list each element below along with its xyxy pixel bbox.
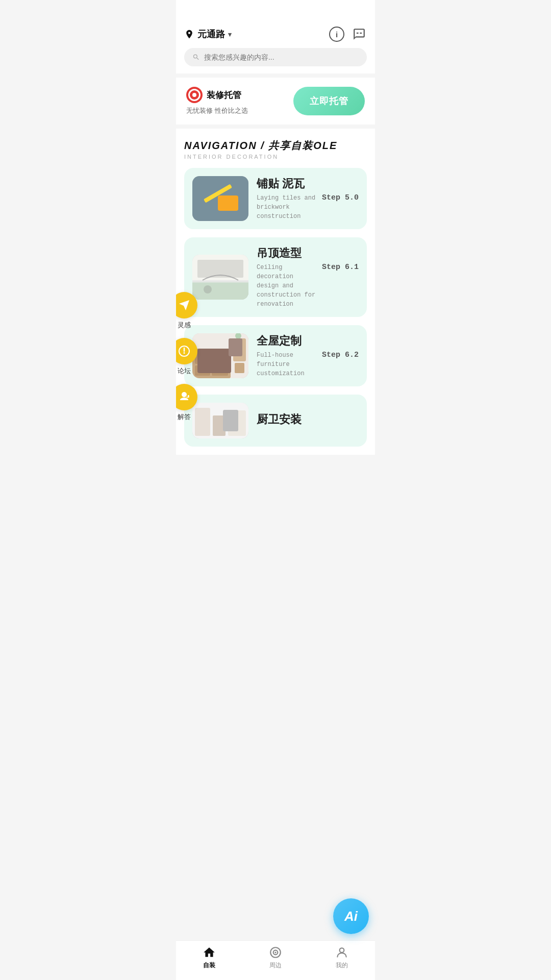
- card-ceiling-desc-row: Ceiling decoration design and constructi…: [257, 263, 359, 309]
- card-ceiling[interactable]: 吊顶造型 Ceiling decoration design and const…: [184, 237, 367, 317]
- sidebar-qa-label: 解答: [178, 412, 191, 422]
- nav-heading-main: NAVIGATION / 共享自装OLE: [184, 139, 367, 153]
- nav-home-label: 自装: [203, 961, 215, 970]
- sidebar-item-inspiration[interactable]: 灵感: [176, 292, 197, 330]
- header: 元通路 ▾ i: [176, 22, 375, 48]
- card-ceiling-desc: Ceiling decoration design and constructi…: [257, 263, 318, 309]
- card-tile-image: [192, 176, 248, 221]
- card-furniture-title: 全屋定制: [257, 333, 359, 349]
- card-tile-desc-row: Laying tiles and brickwork construction …: [257, 193, 359, 221]
- banner-section: 装修托管 无忧装修 性价比之选 立即托管: [176, 78, 375, 125]
- ceiling-svg: [192, 255, 248, 300]
- card-ceiling-title: 吊顶造型: [257, 246, 359, 261]
- nav-mine-label: 我的: [336, 961, 348, 970]
- banner-title-row: 装修托管: [186, 87, 248, 103]
- info-icon: i: [336, 30, 338, 39]
- svg-rect-8: [192, 283, 248, 300]
- nav-item-mine[interactable]: 我的: [327, 946, 357, 970]
- forum-icon: [176, 338, 197, 364]
- location-area[interactable]: 元通路 ▾: [184, 28, 232, 40]
- banner-icon: [186, 87, 203, 103]
- sidebar-forum-label: 论坛: [178, 366, 191, 376]
- search-input[interactable]: [204, 53, 359, 61]
- card-kitchen[interactable]: 厨卫安装: [184, 395, 367, 447]
- svg-rect-1: [360, 33, 362, 34]
- card-tile-step: Step 5.0: [322, 193, 359, 202]
- inspiration-icon: [176, 292, 197, 318]
- svg-rect-0: [357, 33, 359, 34]
- svg-rect-14: [212, 365, 228, 376]
- banner-subtitle: 无忧装修 性价比之选: [186, 106, 248, 115]
- card-ceiling-info: 吊顶造型 Ceiling decoration design and const…: [257, 246, 359, 309]
- ai-fab-label: Ai: [344, 909, 358, 924]
- main-content: NAVIGATION / 共享自装OLE INTERIOR DECORATION…: [176, 129, 375, 455]
- sidebar-item-forum[interactable]: 论坛: [176, 338, 197, 376]
- banner-left: 装修托管 无忧装修 性价比之选: [186, 87, 248, 115]
- chat-icon: [353, 28, 366, 41]
- card-kitchen-title: 厨卫安装: [257, 412, 359, 427]
- furniture-image-visual: [192, 333, 248, 378]
- banner-title: 装修托管: [207, 89, 241, 101]
- svg-point-9: [204, 285, 212, 293]
- kitchen-svg: [192, 403, 248, 438]
- banner-cta-button[interactable]: 立即托管: [293, 87, 365, 115]
- status-bar: [176, 0, 375, 22]
- nearby-icon: [269, 946, 282, 959]
- nav-item-nearby[interactable]: 周边: [260, 946, 291, 970]
- chevron-down-icon: ▾: [228, 31, 232, 38]
- card-furniture-info: 全屋定制 Full-house furniture customization …: [257, 333, 359, 378]
- header-actions: i: [329, 27, 367, 42]
- svg-point-17: [235, 333, 241, 339]
- card-furniture-image: [192, 333, 248, 378]
- card-kitchen-info: 厨卫安装: [257, 412, 359, 429]
- nav-item-home[interactable]: 自装: [194, 946, 224, 970]
- ceiling-image-visual: [192, 255, 248, 300]
- svg-rect-16: [235, 363, 244, 373]
- ai-fab-button[interactable]: Ai: [333, 898, 369, 934]
- svg-rect-21: [228, 410, 246, 436]
- floating-sidebar: 灵感 论坛 解答: [176, 292, 197, 422]
- location-pin-icon: [184, 29, 194, 39]
- card-furniture-step: Step 6.2: [322, 351, 359, 359]
- home-icon: [203, 946, 216, 959]
- card-furniture[interactable]: 全屋定制 Full-house furniture customization …: [184, 325, 367, 386]
- svg-rect-15: [233, 338, 246, 361]
- mine-icon: [335, 946, 348, 959]
- card-tile[interactable]: 铺贴 泥瓦 Laying tiles and brickwork constru…: [184, 168, 367, 229]
- card-furniture-desc-row: Full-house furniture customization Step …: [257, 351, 359, 378]
- kitchen-image-visual: [192, 403, 248, 438]
- bottom-nav: 自装 周边 我的: [176, 940, 375, 980]
- info-button[interactable]: i: [329, 27, 344, 42]
- qa-icon: [176, 384, 197, 410]
- tile-image-visual: [192, 176, 248, 221]
- nav-nearby-label: 周边: [269, 961, 282, 970]
- sidebar-inspiration-label: 灵感: [178, 321, 191, 330]
- chat-button[interactable]: [352, 27, 367, 42]
- card-tile-desc: Laying tiles and brickwork construction: [257, 193, 318, 221]
- bottom-padding: [176, 455, 375, 496]
- card-tile-info: 铺贴 泥瓦 Laying tiles and brickwork constru…: [257, 176, 359, 221]
- nav-heading: NAVIGATION / 共享自装OLE INTERIOR DECORATION: [184, 139, 367, 160]
- search-icon: [192, 53, 200, 61]
- card-ceiling-image: [192, 255, 248, 300]
- search-input-wrap[interactable]: [184, 48, 367, 66]
- svg-rect-12: [195, 351, 228, 364]
- location-text: 元通路: [197, 28, 225, 40]
- sidebar-item-qa[interactable]: 解答: [176, 384, 197, 422]
- card-tile-title: 铺贴 泥瓦: [257, 176, 359, 191]
- nav-heading-sub: INTERIOR DECORATION: [184, 154, 367, 160]
- svg-point-24: [274, 951, 276, 953]
- cards-list: 铺贴 泥瓦 Laying tiles and brickwork constru…: [184, 168, 367, 447]
- svg-rect-20: [213, 415, 226, 436]
- card-kitchen-image: [192, 403, 248, 438]
- banner-icon-inner: [192, 93, 196, 97]
- search-bar-section: [176, 48, 375, 74]
- svg-point-4: [184, 352, 185, 354]
- card-furniture-desc: Full-house furniture customization: [257, 351, 318, 378]
- card-ceiling-step: Step 6.1: [322, 263, 359, 272]
- furniture-svg: [192, 333, 248, 378]
- svg-point-25: [340, 948, 344, 952]
